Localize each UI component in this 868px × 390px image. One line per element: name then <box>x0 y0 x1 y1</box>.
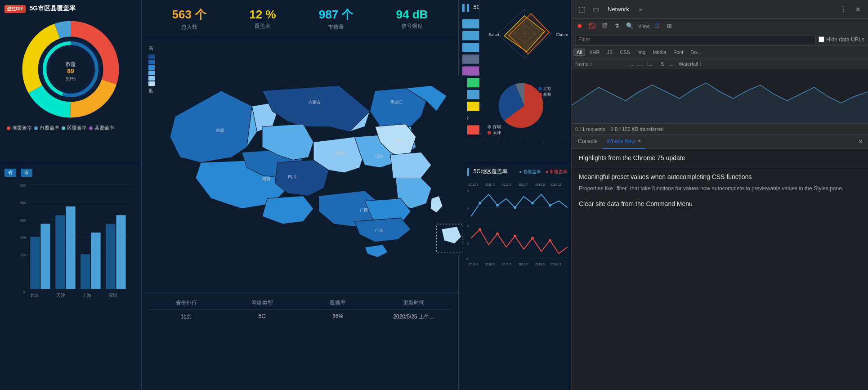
search-btn[interactable]: 🔍 <box>624 20 635 32</box>
hide-data-urls-checkbox[interactable]: Hide data URLs <box>819 36 864 43</box>
bar-chart-section: 省 市 000 800 600 400 200 0 <box>0 164 141 390</box>
filter-xhr[interactable]: XHR <box>586 49 603 56</box>
tab-province[interactable]: 省 <box>4 169 16 177</box>
device-icon-btn[interactable]: ▭ <box>590 3 602 16</box>
legend-high: 高 <box>148 45 155 52</box>
filter-media[interactable]: Media <box>649 49 669 56</box>
whats-new-section-2: Clear site data from the Command Menu <box>579 200 861 209</box>
stat-value-coverage: 12 % <box>249 8 276 22</box>
stat-value-people: 563 个 <box>172 7 207 22</box>
console-tab[interactable]: Console <box>573 134 602 149</box>
filter-doc[interactable]: Do... <box>687 49 704 56</box>
donut-chart: 市覆 89 99% <box>19 18 122 121</box>
waterfall-svg <box>572 69 868 123</box>
radar-svg: Chrom Safari <box>479 0 569 67</box>
section-title-2: Clear site data from the Command Menu <box>579 200 861 209</box>
more-tabs-btn[interactable]: » <box>635 3 647 16</box>
svg-point-100 <box>549 239 551 242</box>
svg-text:0: 0 <box>23 290 25 294</box>
close-devtools-btn[interactable]: ✕ <box>852 3 864 16</box>
svg-text:2016-7: 2016-7 <box>519 263 528 266</box>
whats-new-close-btn[interactable]: ✕ <box>637 138 641 144</box>
radar-pie-section: Chrom Safari 北京 杭州 深圳 天津 <box>479 0 569 72</box>
svg-point-126 <box>538 87 542 90</box>
col-waterfall[interactable]: Waterfall ↕ <box>677 61 866 67</box>
svg-text:北京: 北京 <box>30 293 39 298</box>
tab-city[interactable]: 市 <box>21 169 32 177</box>
bar-chart-tabs: 省 市 <box>4 169 137 177</box>
requests-count: 0 / 1 requests <box>575 126 605 132</box>
waterfall-chart <box>572 69 868 123</box>
svg-rect-24 <box>30 237 40 289</box>
grid-view-btn[interactable]: ⊞ <box>664 20 676 32</box>
legend-dot-province <box>7 126 10 130</box>
donut-svg: 市覆 89 99% <box>19 18 122 121</box>
whats-new-header: Highlights from the Chrome 75 update <box>572 149 868 167</box>
overflow-menu-btn[interactable]: ⋮ <box>837 3 850 16</box>
svg-text:北京: 北京 <box>543 86 551 91</box>
cursor-icon-btn[interactable]: ⬚ <box>575 3 588 16</box>
col-initiator[interactable]: I... <box>645 61 659 67</box>
col-name[interactable]: Name ↕ <box>573 61 627 67</box>
cell-updated: 2020/5/26 上午... <box>376 313 452 321</box>
filter-input[interactable] <box>575 35 816 44</box>
svg-rect-30 <box>106 224 115 289</box>
svg-point-91 <box>479 202 481 205</box>
filter-img[interactable]: Img <box>634 49 649 56</box>
svg-text:2015-3: 2015-3 <box>485 183 495 186</box>
svg-text:吉林: 吉林 <box>395 139 403 143</box>
network-stats: 0 / 1 requests 0 B / 150 KB transferred <box>572 123 868 134</box>
svg-point-128 <box>488 125 491 129</box>
hide-data-urls-toggle[interactable] <box>819 36 824 42</box>
legend-low: 低 <box>148 87 155 94</box>
network-tab-title: Network <box>604 6 633 13</box>
col-dots1[interactable]: ... <box>627 61 636 67</box>
svg-rect-25 <box>40 224 50 289</box>
legend-item-city: 市覆盖率 <box>34 125 59 131</box>
svg-text:四川: 四川 <box>288 175 296 179</box>
chart-legend: 省覆盖率 市覆盖率 区覆盖率 县覆盖率 <box>4 125 137 131</box>
close-bottom-panel-btn[interactable]: ✕ <box>855 136 866 148</box>
svg-rect-29 <box>91 233 100 289</box>
network-table-header: Name ↕ ... ... I... S ... Waterfall ↕ <box>572 58 868 69</box>
svg-text:市覆: 市覆 <box>65 61 76 67</box>
filter-font[interactable]: Font <box>670 49 686 56</box>
svg-text:400: 400 <box>20 235 27 240</box>
stat-value-cities: 987 个 <box>319 7 353 22</box>
svg-point-96 <box>479 228 481 231</box>
clear-btn[interactable]: 🚫 <box>586 20 598 32</box>
filter-js[interactable]: JS <box>604 49 616 56</box>
svg-text:200: 200 <box>20 253 27 257</box>
china-map-svg: 黑龙江 吉林 新疆 内蒙古 西藏 四川 陕西 山东 广西 广东 <box>160 43 467 287</box>
stats-row: 563 个 总人数 12 % 覆盖率 987 个 市数量 94 dB 信号强度 <box>142 0 458 38</box>
svg-text:2015-5: 2015-5 <box>502 183 511 186</box>
col-dots3[interactable]: ... <box>668 61 677 67</box>
china-map: 高 低 <box>142 38 458 292</box>
capture-screenshot-btn[interactable]: 🎬 <box>599 20 610 32</box>
list-view-btn[interactable]: ☰ <box>651 20 663 32</box>
record-btn[interactable]: ⏺ <box>573 20 585 32</box>
legend-box-2 <box>148 60 155 64</box>
svg-text:2016-11: 2016-11 <box>550 263 561 266</box>
bar-chart-svg: 000 800 600 400 200 0 <box>4 180 137 306</box>
svg-text:天津: 天津 <box>56 293 65 298</box>
stat-value-signal: 94 dB <box>396 8 428 22</box>
svg-rect-27 <box>66 206 75 289</box>
whats-new-tab[interactable]: What's New ✕ <box>602 134 646 149</box>
cell-network: 5G <box>224 313 300 321</box>
svg-text:内蒙古: 内蒙古 <box>309 100 321 104</box>
svg-text:陕西: 陕西 <box>336 151 345 156</box>
svg-text:Safari: Safari <box>488 32 499 37</box>
col-status[interactable]: S <box>659 61 668 67</box>
cell-province: 北京 <box>148 313 224 321</box>
col-dots2[interactable]: ... <box>636 61 645 67</box>
svg-text:2015-9: 2015-9 <box>535 183 545 186</box>
filter-all[interactable]: All <box>573 49 585 56</box>
filter-css[interactable]: CSS <box>617 49 633 56</box>
coverage-line-svg: 2015-1 2015-3 2015-5 2015-7 2015-9 2015-… <box>462 179 568 350</box>
svg-text:天津: 天津 <box>493 130 501 135</box>
svg-text:黑龙江: 黑龙江 <box>390 100 403 104</box>
legend-item-province: 省覆盖率 <box>7 125 32 131</box>
filter-btn[interactable]: ⚗ <box>611 20 623 32</box>
stat-label-signal: 信号强度 <box>396 22 428 30</box>
